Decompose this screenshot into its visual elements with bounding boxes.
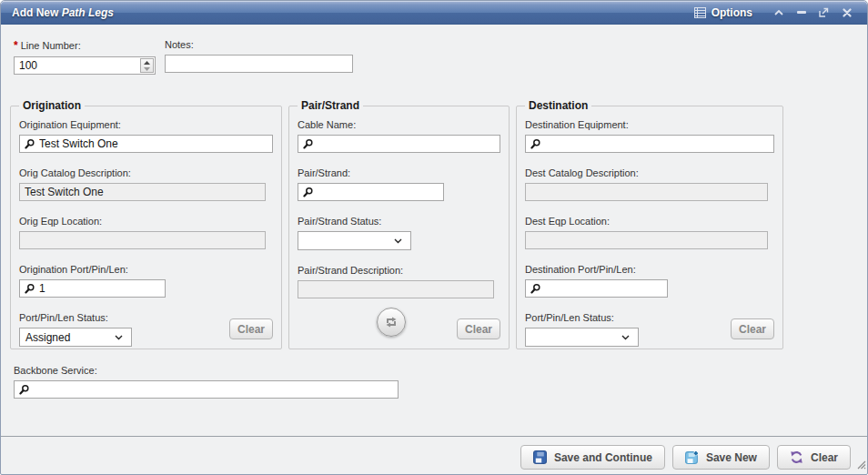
cable-name-label: Cable Name: [298, 119, 500, 130]
resize-grip-icon[interactable] [854, 457, 866, 473]
origination-clear-button[interactable]: Clear [229, 318, 273, 339]
collapse-chevron-icon [774, 10, 783, 15]
chevron-down-icon [621, 335, 630, 340]
pair-strand-legend: Pair/Strand [298, 99, 363, 112]
destination-clear-button[interactable]: Clear [731, 318, 774, 339]
collapse-button[interactable] [767, 5, 790, 21]
destination-legend: Destination [525, 99, 591, 112]
floppy-disk-plus-icon [685, 450, 699, 464]
spinner-icon[interactable] [140, 58, 154, 73]
notes-input[interactable] [165, 55, 353, 73]
cycle-pair-strand-button[interactable] [377, 308, 406, 337]
pair-strand-clear-button[interactable]: Clear [457, 318, 500, 339]
chevron-down-icon [394, 238, 402, 244]
close-icon [843, 8, 852, 17]
close-button[interactable] [835, 5, 858, 21]
pair-strand-description-field [298, 280, 494, 298]
save-and-continue-label: Save and Continue [554, 451, 652, 464]
titlebar[interactable]: Add New Path Legs Options [1, 1, 867, 25]
window-title-emphasis: Path Legs [62, 6, 114, 19]
pair-strand-label: Pair/Strand: [298, 167, 500, 178]
pair-strand-input[interactable] [298, 183, 444, 201]
orig-catalog-description-field [19, 183, 266, 201]
footer-clear-label: Clear [811, 451, 838, 464]
orig-eqp-location-label: Orig Eqp Location: [19, 216, 273, 227]
destination-port-pin-len-input[interactable] [525, 279, 668, 298]
save-and-continue-button[interactable]: Save and Continue [520, 445, 665, 470]
save-new-label: Save New [706, 451, 757, 464]
required-marker: * [14, 39, 18, 52]
origination-equipment-input[interactable] [19, 135, 273, 153]
line-number-label: *Line Number: [14, 39, 156, 52]
origination-port-pin-len-label: Origination Port/Pin/Len: [19, 264, 273, 275]
orig-port-pin-len-status-value: Assigned [25, 331, 70, 344]
notes-label: Notes: [165, 39, 353, 50]
destination-port-pin-len-label: Destination Port/Pin/Len: [525, 264, 774, 275]
origination-section: Origination Origination Equipment: Orig … [10, 99, 282, 349]
pair-strand-status-label: Pair/Strand Status: [298, 216, 500, 227]
orig-eqp-location-field [19, 231, 266, 249]
destination-section: Destination Destination Equipment: Dest … [516, 99, 783, 349]
save-new-button[interactable]: Save New [672, 445, 770, 470]
footer-clear-button[interactable]: Clear [777, 445, 851, 470]
add-new-path-legs-window: Add New Path Legs Options [0, 0, 868, 475]
minimize-button[interactable] [790, 5, 812, 21]
pair-strand-section: Pair/Strand Cable Name: Pair/Strand: [288, 99, 510, 349]
window-title-prefix: Add New [12, 6, 58, 19]
backbone-service-group: Backbone Service: [14, 365, 399, 399]
window-title: Add New Path Legs [12, 6, 114, 19]
options-button[interactable]: Options [694, 6, 752, 19]
destination-equipment-input[interactable] [525, 135, 774, 153]
pair-strand-status-select[interactable] [298, 231, 411, 250]
popout-icon [819, 7, 829, 17]
origination-equipment-label: Origination Equipment: [19, 119, 273, 130]
orig-catalog-description-label: Orig Catalog Description: [19, 167, 273, 178]
options-list-icon [694, 7, 706, 18]
footer-separator [1, 436, 867, 437]
floppy-disk-icon [533, 450, 547, 464]
dest-eqp-location-label: Dest Eqp Location: [525, 216, 774, 227]
backbone-service-input[interactable] [14, 380, 399, 399]
options-label: Options [712, 6, 752, 19]
refresh-arrows-icon [790, 450, 803, 464]
dest-catalog-description-field [525, 183, 768, 201]
cable-name-input[interactable] [298, 135, 500, 153]
dest-port-pin-len-status-select[interactable] [525, 328, 639, 347]
orig-port-pin-len-status-select[interactable]: Assigned [19, 328, 132, 347]
dest-catalog-description-label: Dest Catalog Description: [525, 167, 774, 178]
backbone-service-label: Backbone Service: [14, 365, 399, 376]
origination-port-pin-len-input[interactable] [19, 279, 166, 298]
pair-strand-description-label: Pair/Strand Description: [298, 265, 500, 276]
dest-eqp-location-field [525, 231, 768, 249]
origination-legend: Origination [19, 99, 85, 112]
cycle-arrows-icon [384, 315, 399, 329]
line-number-input[interactable] [14, 56, 156, 75]
line-number-field-group: *Line Number: [14, 39, 156, 75]
chevron-down-icon [115, 335, 123, 340]
popout-button[interactable] [812, 5, 835, 21]
notes-field-group: Notes: [165, 39, 353, 75]
minimize-icon [797, 11, 806, 15]
destination-equipment-label: Destination Equipment: [525, 119, 774, 130]
